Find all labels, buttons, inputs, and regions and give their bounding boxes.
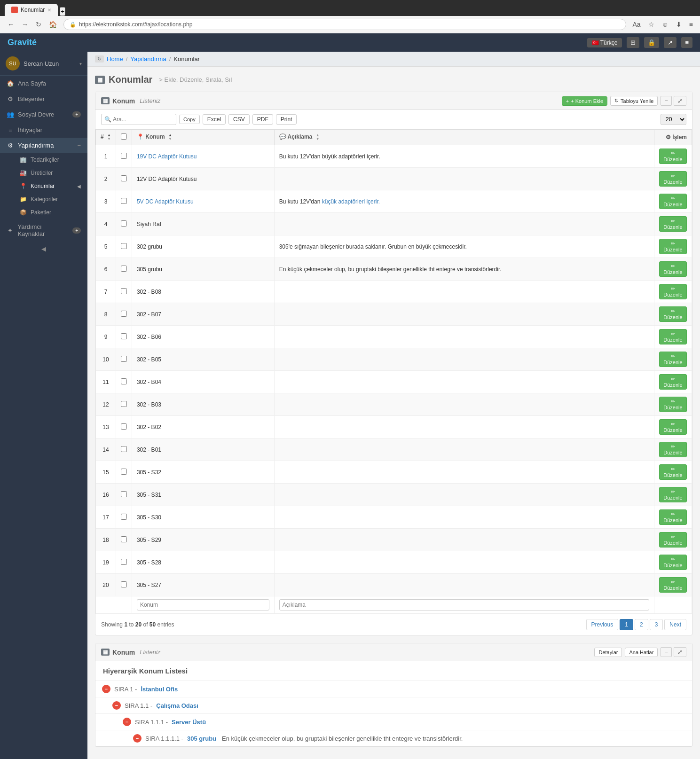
row-checkbox[interactable] (121, 153, 127, 159)
edit-button[interactable]: ✏ Düzenle (659, 194, 687, 209)
sidebar-item-bilecenler[interactable]: ⚙ Bileşenler (0, 91, 87, 107)
row-checkbox[interactable] (121, 175, 127, 181)
sidebar-item-tedarikci[interactable]: 🏢 Tedarikçiler (13, 153, 87, 166)
new-tab-button[interactable]: + (60, 7, 65, 16)
fullscreen-button[interactable]: ⊞ (627, 37, 639, 48)
browser-tab-active[interactable]: Konumlar ✕ (5, 4, 58, 16)
copy-button[interactable]: Copy (179, 115, 200, 124)
browser-action-emoji[interactable]: ☺ (660, 20, 671, 29)
sidebar-item-ureticiler[interactable]: 🏭 Üreticiler (13, 166, 87, 180)
row-checkbox[interactable] (121, 220, 127, 227)
row-checkbox[interactable] (121, 581, 127, 587)
hierarchy-name[interactable]: 305 grubu (187, 735, 216, 742)
konum-link[interactable]: 19V DC Adaptör Kutusu (137, 153, 197, 160)
sidebar-item-kategoriler[interactable]: 📁 Kategoriler (13, 193, 87, 206)
edit-button[interactable]: ✏ Düzenle (659, 532, 687, 548)
row-checkbox[interactable] (121, 423, 127, 430)
reload-button[interactable]: ↻ (33, 20, 44, 29)
edit-button[interactable]: ✏ Düzenle (659, 509, 687, 525)
row-checkbox[interactable] (121, 401, 127, 407)
sidebar-user[interactable]: SU Sercan Uzun ▾ (0, 52, 87, 76)
browser-action-bookmark[interactable]: ☆ (646, 20, 657, 29)
pagination-page-1[interactable]: 1 (620, 619, 633, 630)
edit-button[interactable]: ✏ Düzenle (659, 261, 687, 277)
th-konum[interactable]: 📍 Konum ▲▼ (132, 130, 274, 145)
back-button[interactable]: ← (5, 20, 17, 29)
edit-button[interactable]: ✏ Düzenle (659, 239, 687, 254)
browser-action-translate[interactable]: Aa (630, 20, 643, 29)
refresh-table-button[interactable]: ↻ Tabloyu Yenile (610, 96, 658, 106)
edit-button[interactable]: ✏ Düzenle (659, 555, 687, 570)
hierarchy-name[interactable]: Server Üstü (172, 719, 206, 726)
edit-button[interactable]: ✏ Düzenle (659, 374, 687, 390)
sidebar-item-paketler[interactable]: 📦 Paketler (13, 206, 87, 219)
breadcrumb-home[interactable]: Home (107, 55, 123, 63)
konum-link[interactable]: 5V DC Adaptör Kutusu (137, 198, 194, 205)
breadcrumb-yapilandirma[interactable]: Yapılandırma (130, 55, 166, 63)
excel-button[interactable]: Excel (203, 114, 226, 125)
language-button[interactable]: 🇹🇷 Türkçe (587, 38, 622, 47)
row-checkbox[interactable] (121, 333, 127, 339)
home-button[interactable]: 🏠 (46, 20, 60, 29)
th-num[interactable]: # ▲▼ (96, 130, 116, 145)
browser-action-settings[interactable]: ≡ (687, 20, 695, 29)
lock-button[interactable]: 🔒 (644, 37, 659, 48)
pagination-previous[interactable]: Previous (586, 619, 619, 630)
row-checkbox[interactable] (121, 311, 127, 317)
row-checkbox[interactable] (121, 266, 127, 272)
new-aciklama-input[interactable] (279, 599, 649, 610)
edit-button[interactable]: ✏ Düzenle (659, 442, 687, 457)
row-checkbox[interactable] (121, 559, 127, 565)
edit-button[interactable]: ✏ Düzenle (659, 487, 687, 502)
row-checkbox[interactable] (121, 378, 127, 384)
panel-expand-btn[interactable]: ⤢ (674, 96, 686, 106)
row-checkbox[interactable] (121, 491, 127, 497)
pagination-next[interactable]: Next (664, 619, 686, 630)
row-checkbox[interactable] (121, 288, 127, 294)
sidebar-item-konumlar[interactable]: 📍 Konumlar ◀ (13, 180, 87, 193)
edit-button[interactable]: ✏ Düzenle (659, 306, 687, 322)
sidebar-item-yapilandirma[interactable]: ⚙ Yapılandırma − (0, 138, 87, 153)
row-checkbox[interactable] (121, 514, 127, 520)
csv-button[interactable]: CSV (228, 114, 250, 125)
row-checkbox[interactable] (121, 469, 127, 475)
add-location-button[interactable]: + + Konum Ekle (562, 96, 607, 106)
browser-action-download[interactable]: ⬇ (674, 20, 684, 29)
pagination-page-3[interactable]: 3 (650, 619, 663, 630)
sidebar-item-sosyal-devre[interactable]: 👥 Sosyal Devre + (0, 107, 87, 122)
edit-button[interactable]: ✏ Düzenle (659, 419, 687, 435)
sidebar-item-yardimci[interactable]: ✦ Yardımcı Kaynaklar + (0, 219, 87, 242)
edit-button[interactable]: ✏ Düzenle (659, 149, 687, 164)
edit-button[interactable]: ✏ Düzenle (659, 397, 687, 412)
menu-button[interactable]: ≡ (681, 37, 692, 48)
pdf-button[interactable]: PDF (252, 114, 273, 125)
panel-minimize-btn[interactable]: − (661, 96, 672, 106)
address-bar[interactable]: 🔒 https://elektronikstok.com/#ajax/locat… (63, 19, 626, 30)
th-aciklama[interactable]: 💬 Açıklama ▲▼ (274, 130, 654, 145)
row-checkbox[interactable] (121, 198, 127, 204)
tab-close-btn[interactable]: ✕ (47, 8, 51, 13)
row-checkbox[interactable] (121, 446, 127, 452)
breadcrumb-refresh-icon[interactable]: ↻ (95, 55, 104, 63)
hierarchy-name[interactable]: Çalışma Odası (156, 702, 198, 709)
row-checkbox[interactable] (121, 356, 127, 362)
row-checkbox[interactable] (121, 243, 127, 249)
pagination-page-2[interactable]: 2 (635, 619, 648, 630)
row-checkbox[interactable] (121, 536, 127, 542)
edit-button[interactable]: ✏ Düzenle (659, 352, 687, 367)
sidebar-scroll-down[interactable]: ◀ (0, 242, 87, 256)
edit-button[interactable]: ✏ Düzenle (659, 464, 687, 480)
ana-hatlar-button[interactable]: Ana Hatlar (625, 648, 658, 657)
detaylar-button[interactable]: Detaylar (594, 648, 622, 657)
new-konum-input[interactable] (137, 599, 269, 610)
edit-button[interactable]: ✏ Düzenle (659, 577, 687, 593)
panel2-minimize-btn[interactable]: − (661, 647, 672, 657)
print-button[interactable]: Print (276, 114, 297, 125)
panel2-expand-btn[interactable]: ⤢ (674, 647, 686, 657)
edit-button[interactable]: ✏ Düzenle (659, 329, 687, 344)
per-page-select[interactable]: 20 50 100 (661, 114, 686, 125)
th-check[interactable] (116, 130, 132, 145)
edit-button[interactable]: ✏ Düzenle (659, 284, 687, 299)
edit-button[interactable]: ✏ Düzenle (659, 216, 687, 232)
sidebar-item-ihtiyaclar[interactable]: ≡ İhtiyaçlar (0, 122, 87, 138)
